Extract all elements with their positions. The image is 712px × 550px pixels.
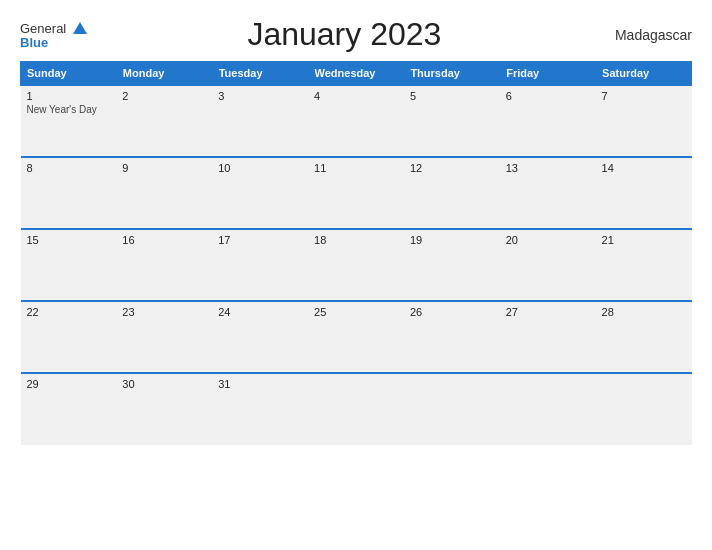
table-row: 18 — [308, 229, 404, 301]
table-row: 25 — [308, 301, 404, 373]
cell-date: 1 — [27, 90, 111, 102]
table-row: 19 — [404, 229, 500, 301]
cell-date: 31 — [218, 378, 302, 390]
table-row: 4 — [308, 85, 404, 157]
cell-date: 27 — [506, 306, 590, 318]
cell-date: 23 — [122, 306, 206, 318]
table-row: 8 — [21, 157, 117, 229]
cell-event: New Year's Day — [27, 104, 111, 115]
calendar-header-row: Sunday Monday Tuesday Wednesday Thursday… — [21, 62, 692, 86]
cell-date: 8 — [27, 162, 111, 174]
calendar-week-row: 1New Year's Day234567 — [21, 85, 692, 157]
table-row: 17 — [212, 229, 308, 301]
cell-date: 5 — [410, 90, 494, 102]
country-label: Madagascar — [602, 27, 692, 43]
col-thursday: Thursday — [404, 62, 500, 86]
table-row: 5 — [404, 85, 500, 157]
table-row: 3 — [212, 85, 308, 157]
col-saturday: Saturday — [596, 62, 692, 86]
cell-date: 9 — [122, 162, 206, 174]
cell-date: 13 — [506, 162, 590, 174]
table-row — [596, 373, 692, 445]
table-row: 12 — [404, 157, 500, 229]
cell-date: 21 — [602, 234, 686, 246]
logo-triangle-icon — [73, 22, 87, 34]
table-row: 1New Year's Day — [21, 85, 117, 157]
table-row: 31 — [212, 373, 308, 445]
cell-date: 16 — [122, 234, 206, 246]
calendar-week-row: 293031 — [21, 373, 692, 445]
cell-date: 26 — [410, 306, 494, 318]
col-sunday: Sunday — [21, 62, 117, 86]
calendar-page: General Blue January 2023 Madagascar Sun… — [0, 0, 712, 550]
table-row: 23 — [116, 301, 212, 373]
cell-date: 17 — [218, 234, 302, 246]
table-row: 22 — [21, 301, 117, 373]
table-row: 21 — [596, 229, 692, 301]
table-row: 27 — [500, 301, 596, 373]
table-row: 14 — [596, 157, 692, 229]
calendar-week-row: 22232425262728 — [21, 301, 692, 373]
table-row — [500, 373, 596, 445]
table-row: 20 — [500, 229, 596, 301]
cell-date: 10 — [218, 162, 302, 174]
calendar-week-row: 891011121314 — [21, 157, 692, 229]
cell-date: 30 — [122, 378, 206, 390]
col-tuesday: Tuesday — [212, 62, 308, 86]
logo: General Blue — [20, 20, 87, 49]
cell-date: 6 — [506, 90, 590, 102]
cell-date: 25 — [314, 306, 398, 318]
logo-general: General — [20, 20, 87, 36]
logo-general-text: General — [20, 21, 66, 36]
calendar-title: January 2023 — [87, 16, 602, 53]
cell-date: 24 — [218, 306, 302, 318]
table-row: 6 — [500, 85, 596, 157]
calendar-week-row: 15161718192021 — [21, 229, 692, 301]
cell-date: 15 — [27, 234, 111, 246]
calendar-table: Sunday Monday Tuesday Wednesday Thursday… — [20, 61, 692, 445]
cell-date: 20 — [506, 234, 590, 246]
cell-date: 19 — [410, 234, 494, 246]
table-row: 26 — [404, 301, 500, 373]
table-row: 30 — [116, 373, 212, 445]
logo-blue-text: Blue — [20, 36, 87, 49]
cell-date: 12 — [410, 162, 494, 174]
table-row: 15 — [21, 229, 117, 301]
col-monday: Monday — [116, 62, 212, 86]
cell-date: 18 — [314, 234, 398, 246]
col-wednesday: Wednesday — [308, 62, 404, 86]
table-row: 9 — [116, 157, 212, 229]
cell-date: 22 — [27, 306, 111, 318]
cell-date: 14 — [602, 162, 686, 174]
table-row — [404, 373, 500, 445]
table-row: 11 — [308, 157, 404, 229]
col-friday: Friday — [500, 62, 596, 86]
table-row: 13 — [500, 157, 596, 229]
table-row: 2 — [116, 85, 212, 157]
table-row: 28 — [596, 301, 692, 373]
cell-date: 7 — [602, 90, 686, 102]
cell-date: 2 — [122, 90, 206, 102]
cell-date: 3 — [218, 90, 302, 102]
table-row: 10 — [212, 157, 308, 229]
cell-date: 29 — [27, 378, 111, 390]
table-row: 7 — [596, 85, 692, 157]
table-row: 29 — [21, 373, 117, 445]
cell-date: 11 — [314, 162, 398, 174]
calendar-header: General Blue January 2023 Madagascar — [20, 16, 692, 53]
table-row: 16 — [116, 229, 212, 301]
table-row: 24 — [212, 301, 308, 373]
cell-date: 4 — [314, 90, 398, 102]
cell-date: 28 — [602, 306, 686, 318]
table-row — [308, 373, 404, 445]
